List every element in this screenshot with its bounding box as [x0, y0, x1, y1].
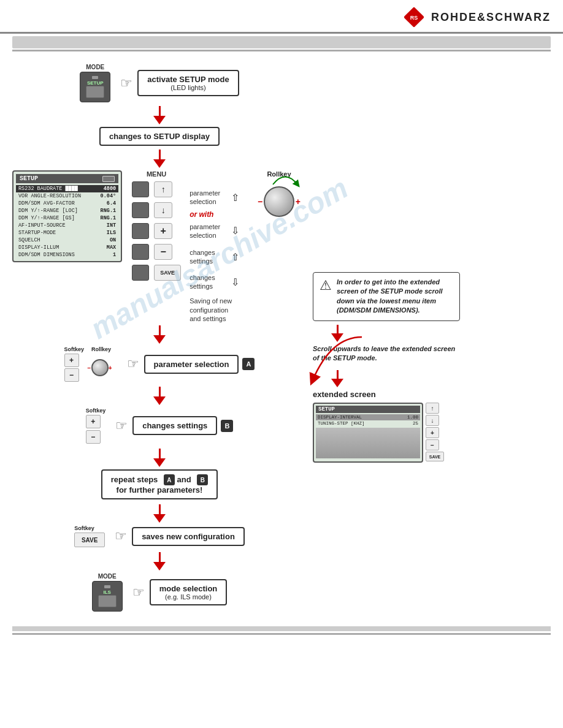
save-softkey-button[interactable]: SAVE: [74, 533, 105, 547]
softkey-plus-btn-b[interactable]: +: [86, 415, 101, 428]
softkey-rollkey-group: Softkey Rollkey + − − +: [64, 346, 117, 382]
small-rollkey-container: − +: [91, 359, 109, 376]
saving-label: Saving of new configuration and settings: [190, 297, 239, 323]
softkey-buttons-a: + −: [64, 354, 79, 382]
setup-btn-label: SETUP: [87, 80, 104, 86]
ext-down-btn[interactable]: ↓: [426, 415, 439, 426]
changes-settings-box: changes settings: [132, 416, 217, 435]
desc-row-3: changes settings ⇧: [190, 248, 239, 266]
changes-set-1-arrow: ⇧: [231, 251, 239, 263]
arrow-down-button[interactable]: ↓: [154, 202, 172, 218]
arrow3: [153, 325, 166, 344]
red-line-3: [159, 325, 161, 335]
red-arrowhead-2: [153, 159, 166, 168]
softkey-label-b: Softkey: [86, 408, 106, 414]
badge-b: B: [221, 420, 233, 432]
btn-row-save: SAVE: [132, 265, 181, 281]
btn-row-plus: +: [132, 223, 172, 239]
header: RS ROHDE&SCHWARZ: [0, 0, 563, 34]
step1-row: MODE SETUP ☞ activate SETUP mode (LED li…: [80, 64, 239, 102]
setup-title: SETUP: [20, 175, 38, 182]
ext-label-0: DISPLAY-INTERVAL: [318, 415, 362, 420]
step-a-row: Softkey Rollkey + − − +: [64, 346, 255, 382]
side-btn-save: [132, 265, 149, 281]
red-arrowhead-ext: [331, 333, 343, 342]
arrow7: [153, 552, 166, 571]
ext-plus-btn[interactable]: +: [426, 427, 439, 438]
param-sel-2-label: parameter selection: [190, 222, 228, 240]
softkey-plus-btn[interactable]: +: [64, 354, 79, 367]
ext-save-btn[interactable]: SAVE: [426, 452, 444, 461]
mode-selection-sub: (e.g. ILS mode): [159, 593, 218, 601]
softkey-minus-btn-b[interactable]: −: [86, 430, 101, 444]
arrow6: [153, 504, 166, 523]
side-btn-minus: [132, 244, 149, 260]
save-sk-label: Softkey: [74, 525, 94, 531]
setup-item-6: STARTUP-MODE ILS: [16, 229, 118, 237]
item-value-8: MAX: [107, 245, 116, 251]
item-label-3: DDM Y/↑-RANGE [LOC]: [18, 208, 78, 214]
activate-setup-box: activate SETUP mode (LED lights): [137, 70, 239, 96]
step-save-row: Softkey SAVE ☞ saves new configuration: [74, 525, 245, 547]
arrow-ext: [331, 325, 343, 342]
btn-row-up: ↑: [132, 181, 172, 197]
changes-setup-text: changes to SETUP display: [109, 132, 210, 141]
hand-icon-save: ☞: [115, 528, 127, 544]
saves-new-config-box: saves new configuration: [132, 527, 245, 546]
mode-label-2: MODE: [98, 573, 117, 580]
changes-set-2-label: changes settings: [190, 273, 228, 291]
ext-up-btn[interactable]: ↑: [426, 403, 439, 414]
arrow-up-button[interactable]: ↑: [154, 181, 172, 197]
minus-button[interactable]: −: [154, 244, 172, 260]
right-descriptions: parameter selection ⇧ or with parameter …: [190, 170, 239, 323]
btn-inner: [86, 86, 104, 98]
side-btn-down: [132, 202, 149, 218]
desc-row-5: Saving of new configuration and settings: [190, 297, 239, 323]
repeat-text-1: repeat steps: [111, 475, 160, 484]
rollkey-circle[interactable]: − +: [264, 186, 294, 217]
rollkey-area: Rollkey − +: [251, 170, 307, 223]
repeat-text-2: for further parameters!: [117, 485, 203, 495]
red-arrowhead-1: [153, 116, 166, 124]
setup-item-4: DDM Y/↑-RANGE [GS] RNG.1: [16, 214, 118, 222]
red-arrowhead-5: [153, 458, 166, 467]
btn-row-minus: −: [132, 244, 172, 260]
extended-screen: SETUP DISPLAY-INTERVAL 1.00 TUNING-STEP …: [313, 403, 423, 463]
extended-screen-label: extended screen: [313, 390, 376, 399]
ext-minus-btn[interactable]: −: [426, 439, 439, 450]
mode-selection-text: mode selection: [159, 584, 218, 593]
softkey-minus-btn[interactable]: −: [64, 368, 79, 382]
item-value-2: 6.4: [107, 200, 116, 207]
setup-mode-button[interactable]: SETUP: [80, 72, 110, 102]
ils-mode-button[interactable]: ILS: [92, 581, 123, 612]
small-rl-minus-icon: −: [88, 365, 91, 371]
setup-screen: SETUP RS232 BAUDRATE ████ 4800 VOR ANGLE…: [12, 170, 122, 262]
item-label-8: DISPLAY-ILLUM: [18, 245, 59, 251]
ext-item-1: TUNING-STEP [KHZ] 25: [316, 420, 420, 427]
item-value-6: ILS: [107, 230, 116, 236]
repeat-badge-a: A: [164, 474, 175, 485]
plus-button[interactable]: +: [154, 223, 172, 239]
warning-icon: ⚠: [320, 278, 332, 294]
small-rollkey[interactable]: − +: [91, 359, 109, 376]
softkey-label-a: Softkey: [64, 346, 85, 352]
item-label-4: DDM Y/↑-RANGE [GS]: [18, 215, 75, 221]
step-b-row: Softkey + − ☞ changes settings B: [86, 408, 234, 444]
save-button[interactable]: SAVE: [154, 265, 181, 281]
arrow2: [153, 150, 166, 168]
mode-button-group-2: MODE ILS: [92, 573, 123, 612]
desc-row-2: parameter selection ⇩: [190, 222, 239, 240]
right-notes: ⚠ In order to get into the extended scre…: [307, 272, 478, 463]
setup-item-3: DDM Y/↑-RANGE [LOC] RNG.1: [16, 207, 118, 214]
btn-row-down: ↓: [132, 202, 172, 218]
or-with-label: or with: [190, 210, 239, 219]
softkey-only-group: Softkey + −: [86, 408, 106, 444]
sk-buttons-v: + −: [86, 415, 101, 444]
rollkey-arrow-icon: [267, 169, 304, 188]
arrow4: [153, 387, 166, 405]
setup-item-0: RS232 BAUDRATE ████ 4800: [16, 185, 118, 192]
sk-rl-labels: Softkey Rollkey: [64, 346, 112, 352]
warning-box: ⚠ In order to get into the extended scre…: [313, 272, 460, 321]
setup-item-2: DDM/SDM AVG-FACTOR 6.4: [16, 200, 118, 207]
item-label-1: VOR ANGLE-RESOLUTION: [18, 193, 81, 199]
